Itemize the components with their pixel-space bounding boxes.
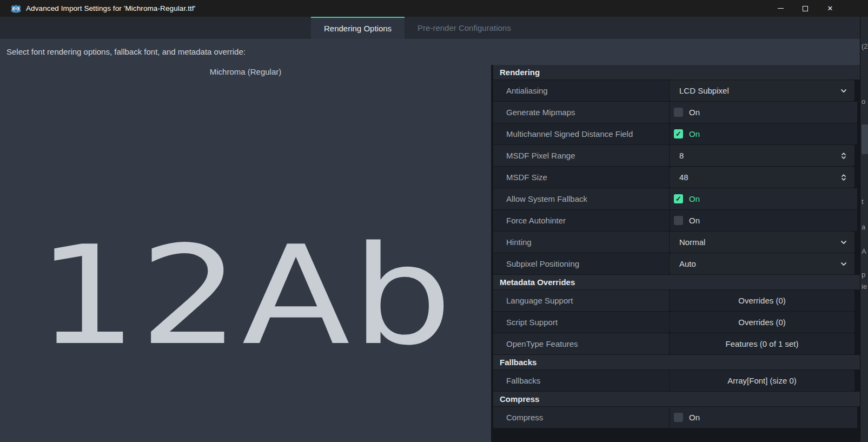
property-label: Generate Mipmaps	[493, 102, 670, 123]
field-value: LCD Subpixel	[679, 86, 839, 95]
section-header-fallbacks[interactable]: Fallbacks	[493, 355, 860, 370]
subpixel-positioning-dropdown[interactable]: Auto	[670, 253, 854, 274]
tab-label: Rendering Options	[324, 24, 392, 33]
title-bar: Advanced Import Settings for 'Michroma-R…	[0, 0, 868, 17]
property-label: Language Support	[493, 290, 670, 311]
section-header-compress[interactable]: Compress	[493, 392, 860, 406]
godot-logo-icon	[11, 4, 21, 13]
property-row-opentype-features: OpenType FeaturesFeatures (0 of 1 set)	[493, 333, 860, 354]
background-text-fragment: t	[862, 197, 864, 206]
property-label: Compress	[493, 407, 670, 428]
background-editor-block	[862, 124, 868, 154]
property-row-msdf-size: MSDF Size48	[493, 167, 860, 188]
property-row-compress: CompressOn	[493, 407, 860, 428]
section-header-rendering[interactable]: Rendering	[493, 65, 860, 80]
property-row-allow-system-fallback: Allow System Fallback✓On	[493, 188, 860, 209]
compress-checkbox[interactable]	[674, 413, 683, 422]
maximize-button[interactable]	[793, 0, 818, 17]
msdf-size-spinner[interactable]: 48	[670, 167, 854, 188]
background-text-fragment: A	[862, 247, 866, 255]
property-row-multichannel-signed-distance-field: Multichannel Signed Distance Field✓On	[493, 123, 860, 144]
property-label: Script Support	[493, 312, 670, 333]
checkbox-state-label: On	[689, 413, 700, 422]
font-settings-inspector: RenderingAntialiasingLCD SubpixelGenerat…	[491, 65, 860, 442]
close-button[interactable]: ✕	[818, 0, 843, 17]
chevron-down-icon	[839, 87, 848, 95]
minimize-button[interactable]	[768, 0, 793, 17]
spin-updown-icon	[839, 151, 848, 160]
section-header-metadata-overrides[interactable]: Metadata Overrides	[493, 275, 860, 289]
tab-rendering-options[interactable]: Rendering Options	[311, 17, 405, 39]
generate-mipmaps-checkbox[interactable]	[674, 108, 683, 117]
property-row-language-support: Language SupportOverrides (0)	[493, 290, 860, 311]
property-row-fallbacks: FallbacksArray[Font] (size 0)	[493, 370, 860, 391]
tab-bar: Rendering Options Pre-render Configurati…	[0, 17, 860, 39]
advanced-import-settings-window: Advanced Import Settings for 'Michroma-R…	[0, 0, 868, 442]
multichannel-signed-distance-field-checkbox[interactable]: ✓	[674, 129, 683, 138]
minimize-icon	[778, 8, 784, 9]
tab-pre-render-configurations[interactable]: Pre-render Configurations	[405, 17, 524, 39]
background-text-fragment: ie	[862, 282, 867, 291]
allow-system-fallback-checkbox[interactable]: ✓	[674, 194, 683, 203]
checkbox-state-label: On	[689, 194, 700, 203]
force-autohinter-checkbox[interactable]	[674, 216, 683, 225]
hinting-dropdown[interactable]: Normal	[670, 232, 854, 253]
chevron-down-icon	[839, 260, 848, 268]
property-row-hinting: HintingNormal	[493, 232, 860, 253]
background-text-fragment: (2	[862, 42, 868, 50]
property-label: Antialiasing	[493, 80, 670, 101]
property-row-generate-mipmaps: Generate MipmapsOn	[493, 102, 860, 123]
window-title: Advanced Import Settings for 'Michroma-R…	[26, 4, 195, 12]
checkbox-state-label: On	[689, 216, 700, 225]
property-row-script-support: Script SupportOverrides (0)	[493, 312, 860, 333]
property-row-antialiasing: AntialiasingLCD Subpixel	[493, 80, 860, 101]
instruction-text: Select font rendering options, fallback …	[6, 47, 246, 56]
fallbacks-button[interactable]: Array[Font] (size 0)	[670, 370, 854, 391]
script-support-button[interactable]: Overrides (0)	[670, 312, 854, 333]
property-label: Subpixel Positioning	[493, 253, 670, 274]
font-name-label: Michroma (Regular)	[0, 67, 491, 76]
property-label: OpenType Features	[493, 333, 670, 354]
property-row-force-autohinter: Force AutohinterOn	[493, 210, 860, 231]
checkbox-state-label: On	[689, 108, 700, 117]
background-text-fragment: o	[862, 97, 865, 105]
property-label: Allow System Fallback	[493, 188, 670, 209]
property-row-subpixel-positioning: Subpixel PositioningAuto	[493, 253, 860, 274]
field-value: 8	[679, 151, 839, 160]
spin-updown-icon	[839, 173, 848, 182]
opentype-features-button[interactable]: Features (0 of 1 set)	[670, 333, 854, 354]
close-icon: ✕	[827, 5, 833, 12]
background-text-fragment: p	[862, 271, 865, 279]
tab-label: Pre-render Configurations	[418, 23, 511, 32]
property-label: Multichannel Signed Distance Field	[493, 123, 670, 144]
property-label: Force Autohinter	[493, 210, 670, 231]
property-label: Hinting	[493, 232, 670, 253]
field-value: 48	[679, 173, 839, 182]
antialiasing-dropdown[interactable]: LCD Subpixel	[670, 80, 854, 101]
field-value: Auto	[679, 259, 839, 268]
msdf-pixel-range-spinner[interactable]: 8	[670, 145, 854, 166]
property-row-msdf-pixel-range: MSDF Pixel Range8	[493, 145, 860, 166]
language-support-button[interactable]: Overrides (0)	[670, 290, 854, 311]
chevron-down-icon	[839, 238, 848, 247]
background-editor-sliver: (2otaApie	[860, 17, 868, 442]
property-label: MSDF Pixel Range	[493, 145, 670, 166]
font-preview-sample: 12Ab	[0, 221, 531, 371]
field-value: Normal	[679, 238, 839, 247]
checkbox-state-label: On	[689, 129, 700, 138]
property-label: MSDF Size	[493, 167, 670, 188]
maximize-icon	[803, 6, 808, 11]
property-label: Fallbacks	[493, 370, 670, 391]
background-text-fragment: a	[862, 223, 865, 231]
